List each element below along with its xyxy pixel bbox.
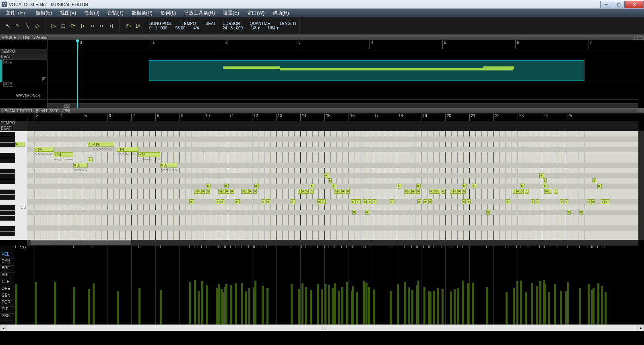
param-vel[interactable]: VEL	[0, 252, 15, 259]
velocity-bar[interactable]	[93, 283, 95, 324]
velocity-bar[interactable]	[356, 292, 358, 324]
note[interactable]: a	[248, 189, 252, 194]
velocity-bar[interactable]	[301, 283, 303, 324]
note[interactable]: a	[298, 189, 301, 194]
transport-play[interactable]: ▷	[49, 21, 58, 31]
transport-forward[interactable]: ▸▸	[97, 21, 107, 31]
note[interactable]: a	[450, 189, 454, 194]
music-panel-max[interactable]: □	[638, 108, 644, 113]
note[interactable]: a	[462, 199, 466, 204]
velocity-bar[interactable]	[15, 284, 17, 324]
note-grid[interactable]: a [a]∿∿∿∿∿∿∿∿a [a]∿∿∿∿∿∿∿∿a [a]∿∿∿∿∿∿∿∿a…	[27, 131, 638, 240]
velocity-bar[interactable]	[543, 280, 545, 324]
note[interactable]: a [a]	[93, 142, 114, 147]
transport-start[interactable]: |◂	[78, 21, 87, 31]
tool-line[interactable]: ╲	[23, 21, 32, 31]
note[interactable]: a	[543, 184, 547, 188]
velocity-bar[interactable]	[605, 292, 607, 324]
velocity-bar[interactable]	[332, 288, 334, 324]
velocity-bar[interactable]	[73, 287, 75, 324]
param-pbs[interactable]: PBS	[0, 314, 15, 320]
note[interactable]: a	[334, 189, 338, 194]
note[interactable]: a	[305, 189, 309, 194]
velocity-bar[interactable]	[423, 287, 425, 324]
velocity-bar[interactable]	[565, 291, 567, 324]
velocity-bar[interactable]	[352, 286, 354, 324]
track-region[interactable]	[149, 60, 584, 81]
note[interactable]: a	[467, 199, 471, 204]
velocity-bar[interactable]	[346, 282, 348, 324]
note[interactable]: a	[338, 189, 341, 194]
velocity-bar[interactable]	[433, 291, 435, 324]
note[interactable]: a	[328, 178, 332, 183]
velocity-bar[interactable]	[88, 289, 90, 324]
note[interactable]: a	[567, 210, 571, 215]
note[interactable]: a	[206, 184, 211, 188]
velocity-bar[interactable]	[408, 287, 410, 324]
note[interactable]: a	[397, 184, 401, 188]
music-hscroll[interactable]	[27, 240, 638, 246]
hscroll-grip[interactable]: |||	[322, 326, 327, 330]
velocity-bar[interactable]	[417, 281, 419, 324]
menu-item-8[interactable]: 设置(S)	[219, 10, 243, 17]
hscroll-left[interactable]: ◂	[0, 325, 6, 331]
velocity-bar[interactable]	[235, 283, 237, 324]
menu-item-4[interactable]: 音轨(T)	[103, 10, 127, 17]
note[interactable]: a	[206, 189, 210, 194]
note[interactable]: a	[245, 189, 248, 194]
velocity-bar[interactable]	[437, 288, 439, 324]
note[interactable]: a	[224, 184, 229, 188]
velocity-bar[interactable]	[560, 291, 562, 324]
velocity-bar[interactable]	[516, 281, 518, 324]
note[interactable]: a	[417, 199, 421, 204]
param-bre[interactable]: BRE	[0, 266, 15, 273]
velocity-bar[interactable]	[548, 292, 550, 324]
hscroll-right[interactable]: ▸	[638, 325, 644, 331]
menu-item-2[interactable]: 视图(V)	[56, 10, 80, 17]
velocity-bar[interactable]	[554, 284, 556, 324]
note[interactable]: a	[560, 199, 564, 204]
velocity-bar[interactable]	[338, 291, 340, 324]
marker-tool-a[interactable]: ↱s	[123, 21, 133, 31]
velocity-bar[interactable]	[198, 291, 200, 324]
velocity-bar[interactable]	[536, 286, 538, 324]
velocity-bar[interactable]	[363, 281, 365, 325]
note[interactable]: a	[554, 189, 557, 194]
note[interactable]: a	[539, 173, 544, 178]
velocity-bar[interactable]	[341, 287, 343, 324]
note[interactable]: a	[404, 189, 408, 194]
note[interactable]: a	[428, 199, 432, 204]
note[interactable]: a	[262, 199, 265, 204]
note[interactable]: a	[416, 189, 420, 194]
velocity-bar[interactable]	[334, 283, 336, 324]
menu-item-6[interactable]: 歌词(L)	[157, 10, 180, 17]
velocity-bar[interactable]	[579, 288, 581, 324]
track-ruler[interactable]: 01234567	[47, 40, 638, 49]
velocity-bar[interactable]	[373, 289, 375, 324]
note[interactable]: a	[324, 173, 329, 178]
note[interactable]: a	[442, 189, 445, 194]
note[interactable]: a	[230, 189, 234, 194]
note[interactable]: a	[356, 199, 361, 204]
note[interactable]: a	[531, 199, 535, 204]
velocity-bar[interactable]	[321, 289, 323, 324]
note[interactable]: a	[525, 189, 528, 194]
note[interactable]: a	[411, 189, 415, 194]
track-panel-min[interactable]: -	[632, 35, 638, 40]
note[interactable]: a	[588, 199, 591, 204]
param-gen[interactable]: GEN	[0, 293, 15, 300]
mute-solo-1[interactable]: MS	[3, 60, 14, 64]
velocity-bar[interactable]	[467, 283, 469, 324]
note[interactable]: a	[579, 210, 583, 215]
track-lane-2[interactable]: MS WAV(MONO)	[0, 82, 638, 100]
rec-1[interactable]: R	[42, 77, 46, 81]
velocity-bar[interactable]	[411, 290, 413, 324]
note[interactable]: a	[368, 199, 372, 204]
note[interactable]: a [a]	[160, 163, 177, 167]
note[interactable]: a	[565, 199, 568, 204]
music-ruler[interactable]: 345678910111213141516171819202122232425	[27, 114, 638, 121]
note[interactable]: a	[88, 157, 93, 162]
velocity-bar[interactable]	[531, 283, 533, 324]
velocity-bar[interactable]	[450, 291, 452, 324]
note[interactable]: a	[253, 189, 257, 194]
